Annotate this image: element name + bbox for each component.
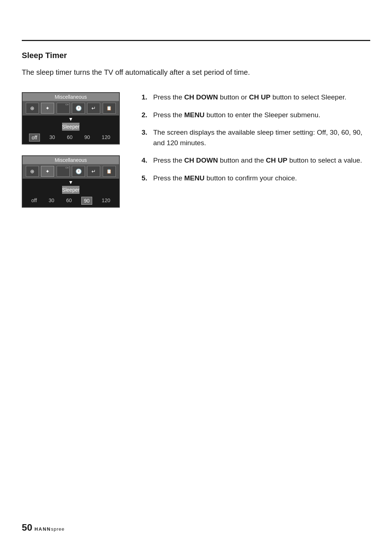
step-3-text: The screen displays the available sleep … <box>153 127 370 148</box>
val-off-1: off <box>29 134 40 142</box>
step-5-number: 5. <box>142 173 150 184</box>
brand-hann: HANN <box>34 526 51 532</box>
tv-menu-title-1: Miscellaneous <box>23 93 119 101</box>
tv-menu-icons-1: ⊕ ✦ CH 🕐 ↵ <box>23 101 119 115</box>
section-title: Sleep Timer <box>22 51 370 60</box>
icon-globe: ⊕ <box>26 103 39 114</box>
val-90-1: 90 <box>82 134 92 142</box>
step-1-text: Press the CH DOWN button or CH UP button… <box>153 92 346 103</box>
tv-menu-values-1: off 30 60 90 120 <box>23 132 119 144</box>
val-120-1: 120 <box>99 134 112 142</box>
icon-ch-2: CH <box>57 166 70 177</box>
val-60-2: 60 <box>64 197 74 205</box>
tv-menu-icons-2: ⊕ ✦ CH 🕐 ↵ <box>23 164 119 179</box>
right-column: 1. Press the CH DOWN button or CH UP but… <box>142 92 370 191</box>
tv-sleeper-label-2: Sleeper <box>23 186 119 194</box>
icon-star: ✦ <box>41 103 54 114</box>
tv-menu-title-2: Miscellaneous <box>23 156 119 164</box>
icon-star-2: ✦ <box>41 166 54 177</box>
step-1: 1. Press the CH DOWN button or CH UP but… <box>142 92 370 103</box>
icon-clock: 🕐 <box>72 103 85 114</box>
left-column: Miscellaneous ⊕ ✦ CH 🕐 <box>22 92 127 208</box>
main-content: Sleep Timer The sleep timer turns the TV… <box>0 0 392 229</box>
content-area: Miscellaneous ⊕ ✦ CH 🕐 <box>22 92 370 208</box>
tv-arrow-down-2: ▼ <box>23 179 119 186</box>
intro-text: The sleep timer turns the TV off automat… <box>22 67 294 78</box>
footer: 50 HANNspree <box>22 522 65 533</box>
val-30-1: 30 <box>47 134 57 142</box>
page-number: 50 <box>22 522 32 533</box>
val-30-2: 30 <box>46 197 57 205</box>
icon-return: ↵ <box>87 103 100 114</box>
icon-return-2: ↵ <box>87 166 100 177</box>
icon-info: 📋 <box>103 103 116 114</box>
icon-ch: CH <box>57 103 70 114</box>
brand-name: HANNspree <box>34 526 65 532</box>
val-60-1: 60 <box>65 134 75 142</box>
step-3: 3. The screen displays the available sle… <box>142 127 370 148</box>
top-rule <box>22 40 370 41</box>
brand-spree: spree <box>51 526 65 532</box>
tv-menu-box-2: Miscellaneous ⊕ ✦ CH 🕐 <box>22 155 120 208</box>
step-3-number: 3. <box>142 127 150 148</box>
step-4: 4. Press the CH DOWN button and the CH U… <box>142 155 370 166</box>
step-5: 5. Press the MENU button to confirm your… <box>142 173 370 184</box>
step-1-number: 1. <box>142 92 150 103</box>
step-5-text: Press the MENU button to confirm your ch… <box>153 173 297 184</box>
icon-globe-2: ⊕ <box>26 166 39 177</box>
step-2-number: 2. <box>142 110 150 121</box>
icon-info-2: 📋 <box>103 166 116 177</box>
val-120-2: 120 <box>99 197 112 205</box>
tv-sleeper-label-1: Sleeper <box>23 123 119 131</box>
step-2: 2. Press the MENU button to enter the Sl… <box>142 110 370 121</box>
val-off-2: off <box>29 197 39 205</box>
icon-clock-2: 🕐 <box>72 166 85 177</box>
tv-menu-box-1: Miscellaneous ⊕ ✦ CH 🕐 <box>22 92 120 144</box>
step-4-number: 4. <box>142 155 150 166</box>
val-90-2: 90 <box>81 197 92 205</box>
tv-arrow-down-1: ▼ <box>23 115 119 123</box>
step-4-text: Press the CH DOWN button and the CH UP b… <box>153 155 362 166</box>
step-2-text: Press the MENU button to enter the Sleep… <box>153 110 320 121</box>
tv-menu-values-2: off 30 60 90 120 <box>23 195 119 207</box>
steps-list: 1. Press the CH DOWN button or CH UP but… <box>142 92 370 183</box>
